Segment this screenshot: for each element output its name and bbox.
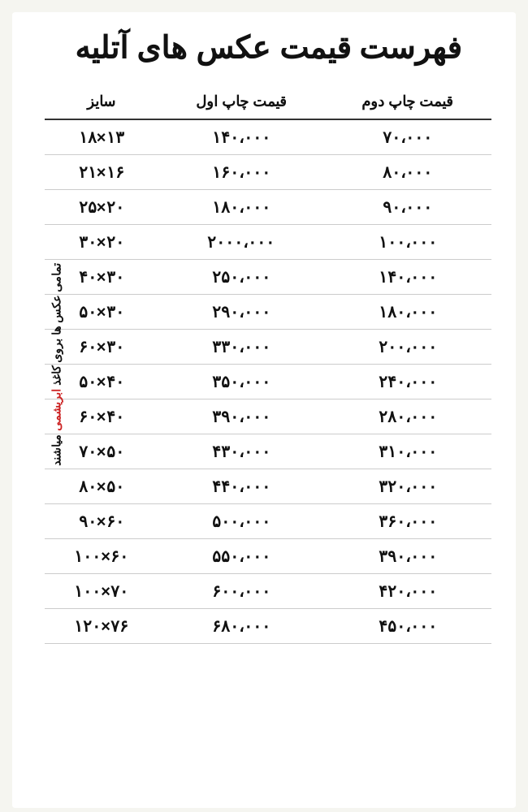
table-header-row: قیمت چاپ دوم قیمت چاپ اول سایز: [45, 84, 491, 119]
cell-price2: ۳۲۰،۰۰۰: [324, 469, 491, 504]
cell-price1: ۱۸۰،۰۰۰: [158, 190, 324, 225]
cell-price1: ۴۳۰،۰۰۰: [158, 434, 324, 469]
cell-size: ۱۶×۲۱: [45, 155, 158, 190]
cell-size: ۷۶×۱۲۰: [45, 609, 158, 644]
cell-price2: ۱۸۰،۰۰۰: [324, 295, 491, 330]
col-header-price2: قیمت چاپ دوم: [324, 84, 491, 119]
price-table: قیمت چاپ دوم قیمت چاپ اول سایز ۷۰،۰۰۰۱۴۰…: [45, 84, 491, 644]
side-label: تمامی عکس ها بروی کاغذ ابریشمی میاشند: [49, 263, 65, 466]
cell-price2: ۷۰،۰۰۰: [324, 119, 491, 155]
cell-price1: ۲۹۰،۰۰۰: [158, 295, 324, 330]
cell-price1: ۱۶۰،۰۰۰: [158, 155, 324, 190]
cell-price2: ۹۰،۰۰۰: [324, 190, 491, 225]
cell-price2: ۸۰،۰۰۰: [324, 155, 491, 190]
cell-price1: ۵۰۰،۰۰۰: [158, 504, 324, 539]
table-row: ۱۴۰،۰۰۰۲۵۰،۰۰۰۳۰×۴۰: [45, 260, 491, 295]
cell-price1: ۴۴۰،۰۰۰: [158, 469, 324, 504]
table-row: ۴۲۰،۰۰۰۶۰۰،۰۰۰۷۰×۱۰۰: [45, 574, 491, 609]
table-row: ۷۰،۰۰۰۱۴۰،۰۰۰۱۳×۱۸: [45, 119, 491, 155]
table-row: ۳۲۰،۰۰۰۴۴۰،۰۰۰۵۰×۸۰: [45, 469, 491, 504]
page-container: فهرست قیمت عکس های آتلیه تمامی عکس ها بر…: [12, 12, 516, 808]
table-row: ۹۰،۰۰۰۱۸۰،۰۰۰۲۰×۲۵: [45, 190, 491, 225]
table-row: ۲۸۰،۰۰۰۳۹۰،۰۰۰۴۰×۶۰: [45, 400, 491, 434]
page-title: فهرست قیمت عکس های آتلیه: [45, 28, 491, 68]
table-row: ۴۵۰،۰۰۰۶۸۰،۰۰۰۷۶×۱۲۰: [45, 609, 491, 644]
highlight-text: ابریشمی: [50, 389, 63, 431]
cell-price2: ۴۵۰،۰۰۰: [324, 609, 491, 644]
table-row: ۱۸۰،۰۰۰۲۹۰،۰۰۰۳۰×۵۰: [45, 295, 491, 330]
cell-size: ۶۰×۹۰: [45, 504, 158, 539]
cell-price2: ۱۴۰،۰۰۰: [324, 260, 491, 295]
cell-size: ۱۳×۱۸: [45, 119, 158, 155]
cell-price1: ۳۹۰،۰۰۰: [158, 400, 324, 434]
cell-price1: ۲۰۰۰،۰۰۰: [158, 225, 324, 260]
cell-price2: ۴۲۰،۰۰۰: [324, 574, 491, 609]
cell-price2: ۳۹۰،۰۰۰: [324, 539, 491, 574]
table-row: ۱۰۰،۰۰۰۲۰۰۰،۰۰۰۲۰×۳۰: [45, 225, 491, 260]
table-row: ۲۰۰،۰۰۰۳۳۰،۰۰۰۳۰×۶۰: [45, 330, 491, 365]
cell-size: ۵۰×۸۰: [45, 469, 158, 504]
table-row: ۳۹۰،۰۰۰۵۵۰،۰۰۰۶۰×۱۰۰: [45, 539, 491, 574]
table-row: ۳۶۰،۰۰۰۵۰۰،۰۰۰۶۰×۹۰: [45, 504, 491, 539]
cell-price1: ۶۰۰،۰۰۰: [158, 574, 324, 609]
cell-price1: ۲۵۰،۰۰۰: [158, 260, 324, 295]
cell-price1: ۳۳۰،۰۰۰: [158, 330, 324, 365]
cell-price1: ۵۵۰،۰۰۰: [158, 539, 324, 574]
table-row: ۸۰،۰۰۰۱۶۰،۰۰۰۱۶×۲۱: [45, 155, 491, 190]
cell-price2: ۲۰۰،۰۰۰: [324, 330, 491, 365]
cell-price2: ۲۸۰،۰۰۰: [324, 400, 491, 434]
cell-price2: ۲۴۰،۰۰۰: [324, 365, 491, 400]
cell-price2: ۱۰۰،۰۰۰: [324, 225, 491, 260]
cell-price2: ۳۶۰،۰۰۰: [324, 504, 491, 539]
cell-size: ۲۰×۳۰: [45, 225, 158, 260]
table-row: ۲۴۰،۰۰۰۳۵۰،۰۰۰۴۰×۵۰: [45, 365, 491, 400]
col-header-price1: قیمت چاپ اول: [158, 84, 324, 119]
table-wrapper: تمامی عکس ها بروی کاغذ ابریشمی میاشند قی…: [45, 84, 491, 644]
cell-price1: ۶۸۰،۰۰۰: [158, 609, 324, 644]
cell-size: ۶۰×۱۰۰: [45, 539, 158, 574]
cell-price2: ۳۱۰،۰۰۰: [324, 434, 491, 469]
cell-size: ۷۰×۱۰۰: [45, 574, 158, 609]
table-row: ۳۱۰،۰۰۰۴۳۰،۰۰۰۵۰×۷۰: [45, 434, 491, 469]
col-header-size: سایز: [45, 84, 158, 119]
cell-size: ۲۰×۲۵: [45, 190, 158, 225]
cell-price1: ۳۵۰،۰۰۰: [158, 365, 324, 400]
cell-price1: ۱۴۰،۰۰۰: [158, 119, 324, 155]
